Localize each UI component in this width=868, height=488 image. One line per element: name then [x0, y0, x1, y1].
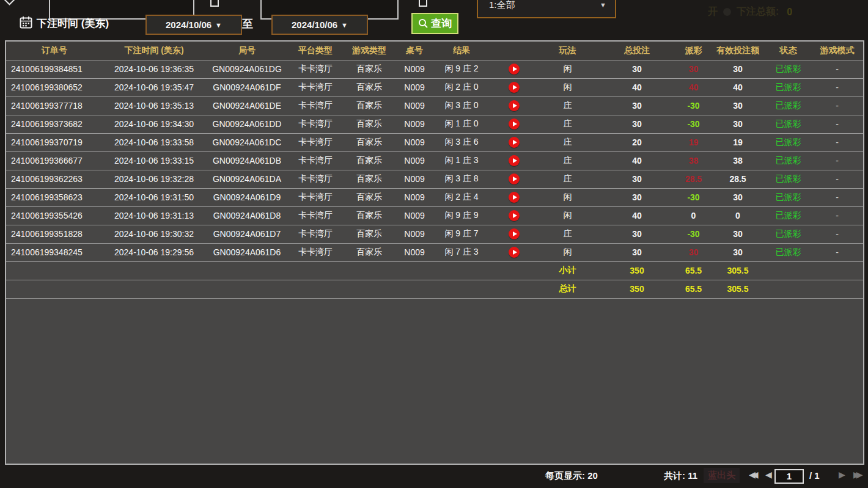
date-to-picker[interactable]: 2024/10/06 ▼: [271, 15, 368, 35]
table-number-cell: N009: [396, 133, 433, 151]
round-number-cell: GN00924A061D6: [205, 243, 289, 261]
query-button[interactable]: 查询: [411, 13, 458, 34]
table-number-cell: N009: [396, 151, 433, 170]
play-video-icon[interactable]: [509, 228, 520, 239]
game-mode-cell: -: [811, 188, 863, 206]
result-cell: 闲 9 庄 9: [433, 206, 490, 225]
bet-time-cell: 2024-10-06 19:32:28: [103, 170, 205, 188]
game-type-cell: 百家乐: [342, 206, 396, 225]
col-total-bet: 总投注: [597, 42, 677, 60]
play-video-icon[interactable]: [509, 137, 520, 148]
status-badge: 已派彩: [765, 170, 811, 188]
video-cell: [490, 188, 538, 206]
valid-bet-cell: 30: [710, 115, 765, 133]
play-video-icon[interactable]: [509, 247, 520, 258]
first-page-icon[interactable]: ◀◀: [749, 470, 755, 479]
platform-cell: 卡卡湾厅: [289, 133, 342, 151]
table-row: 241006199362263 2024-10-06 19:32:28 GN00…: [6, 170, 863, 188]
round-number-cell: GN00924A061D7: [205, 225, 289, 243]
status-badge: 已派彩: [765, 78, 811, 97]
play-video-icon[interactable]: [509, 64, 520, 75]
platform-cell: 卡卡湾厅: [289, 151, 342, 170]
chevron-down-icon: ▼: [600, 1, 606, 9]
game-mode-cell: -: [811, 225, 863, 243]
page-number-input[interactable]: 1: [774, 469, 804, 484]
date-from-picker[interactable]: 2024/10/06 ▼: [145, 15, 242, 35]
grand-total-payout: 65.5: [677, 280, 710, 298]
video-cell: [490, 151, 538, 170]
play-video-icon[interactable]: [509, 173, 520, 184]
game-type-cell: 百家乐: [342, 115, 396, 133]
video-cell: [490, 133, 538, 151]
play-video-icon[interactable]: [509, 210, 520, 221]
bet-time-cell: 2024-10-06 19:31:13: [103, 206, 205, 225]
game-type-cell: 百家乐: [342, 97, 396, 115]
play-video-icon[interactable]: [509, 155, 520, 166]
order-number-cell: 241006199373682: [6, 115, 103, 133]
game-type-cell: 百家乐: [342, 60, 396, 78]
table-number-cell: N009: [396, 60, 433, 78]
prev-page-icon[interactable]: ◀: [765, 470, 772, 479]
bet-time-cell: 2024-10-06 19:33:58: [103, 133, 205, 151]
game-mode-cell: -: [811, 151, 863, 170]
valid-bet-cell: 30: [710, 60, 765, 78]
col-bet-time: 下注时间 (美东): [103, 42, 205, 60]
play-video-icon[interactable]: [509, 118, 520, 129]
total-bet-cell: 40: [597, 78, 677, 97]
total-bet-cell: 30: [597, 97, 677, 115]
play-video-icon[interactable]: [509, 192, 520, 203]
game-mode-cell: -: [811, 78, 863, 97]
order-number-cell: 241006199351828: [6, 225, 103, 243]
order-number-cell: 241006199380652: [6, 78, 103, 97]
video-cell: [490, 225, 538, 243]
status-badge: 已派彩: [765, 188, 811, 206]
result-cell: 闲 2 庄 4: [433, 188, 490, 206]
play-video-icon[interactable]: [509, 82, 520, 93]
total-bet-cell: 30: [597, 170, 677, 188]
table-number-cell: N009: [396, 225, 433, 243]
next-page-icon[interactable]: ▶: [839, 470, 845, 479]
play-video-icon[interactable]: [509, 100, 520, 111]
order-number-cell: 241006199358623: [6, 188, 103, 206]
to-label: 至: [242, 16, 253, 31]
table-row: 241006199370719 2024-10-06 19:33:58 GN00…: [6, 133, 863, 151]
table-number-cell: N009: [396, 243, 433, 261]
game-mode-cell: -: [811, 206, 863, 225]
bet-time-cell: 2024-10-06 19:35:13: [103, 97, 205, 115]
status-badge: 已派彩: [765, 133, 811, 151]
status-badge: 已派彩: [765, 97, 811, 115]
table-body: 241006199384851 2024-10-06 19:36:35 GN00…: [6, 60, 863, 261]
platform-cell: 卡卡湾厅: [289, 78, 342, 97]
filter-select[interactable]: 1:全部 ▼: [477, 0, 616, 18]
col-table-no: 桌号: [396, 42, 433, 60]
play-cell: 庄: [538, 225, 597, 243]
last-page-icon[interactable]: ▶▶: [853, 470, 859, 479]
platform-cell: 卡卡湾厅: [289, 225, 342, 243]
result-cell: 闲 3 庄 8: [433, 170, 490, 188]
table-row: 241006199373682 2024-10-06 19:34:30 GN00…: [6, 115, 863, 133]
table-row: 241006199380652 2024-10-06 19:35:47 GN00…: [6, 78, 863, 97]
payout-cell: 28.5: [677, 170, 710, 188]
play-cell: 闲: [538, 206, 597, 225]
total-count-label: 共计: 11: [664, 470, 697, 482]
table-row: 241006199351828 2024-10-06 19:30:32 GN00…: [6, 225, 863, 243]
ghost-chip: 蓝出头: [704, 468, 740, 483]
grand-total-label: 总计: [538, 280, 597, 298]
payout-cell: 38: [677, 151, 710, 170]
table-row: 241006199384851 2024-10-06 19:36:35 GN00…: [6, 60, 863, 78]
game-type-cell: 百家乐: [342, 225, 396, 243]
payout-cell: -30: [677, 188, 710, 206]
col-payout: 派彩: [677, 42, 710, 60]
play-cell: 闲: [538, 188, 597, 206]
table-number-cell: N009: [396, 97, 433, 115]
result-cell: 闲 1 庄 0: [433, 115, 490, 133]
table-empty-area: [6, 298, 863, 464]
payout-cell: -30: [677, 115, 710, 133]
round-number-cell: GN00924A061DE: [205, 97, 289, 115]
valid-bet-cell: 30: [710, 243, 765, 261]
order-number-cell: 241006199384851: [6, 60, 103, 78]
payout-cell: 30: [677, 60, 710, 78]
game-mode-cell: -: [811, 60, 863, 78]
bet-time-cell: 2024-10-06 19:33:15: [103, 151, 205, 170]
table-number-cell: N009: [396, 188, 433, 206]
